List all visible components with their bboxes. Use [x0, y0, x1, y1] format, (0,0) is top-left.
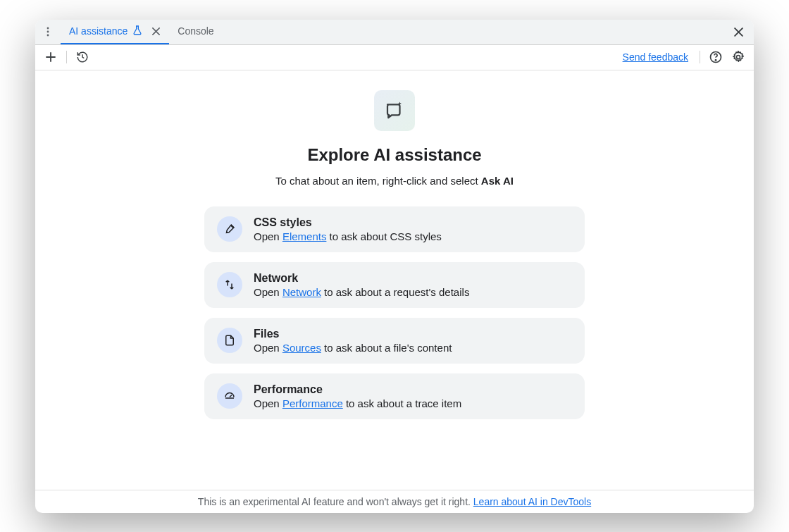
new-chat-button[interactable]: [41, 47, 61, 67]
flask-icon: [132, 25, 143, 38]
card-title: Network: [254, 272, 469, 285]
card-title: Files: [254, 328, 452, 340]
footer: This is an experimental AI feature and w…: [35, 490, 754, 513]
tab-console[interactable]: Console: [169, 20, 222, 44]
page-subtitle: To chat about an item, right-click and s…: [275, 175, 514, 187]
card-description: Open Sources to ask about a file's conte…: [254, 342, 452, 354]
hero-icon-container: [374, 90, 415, 131]
panel-close-button[interactable]: [729, 23, 748, 42]
sources-link[interactable]: Sources: [282, 342, 321, 354]
toolbar: Send feedback: [35, 45, 754, 70]
card-css-styles: CSS styles Open Elements to ask about CS…: [204, 206, 585, 252]
card-list: CSS styles Open Elements to ask about CS…: [204, 206, 585, 419]
plus-icon: [44, 51, 57, 63]
card-performance: Performance Open Performance to ask abou…: [204, 373, 585, 419]
card-network: Network Open Network to ask about a requ…: [204, 262, 585, 308]
tab-bar: AI assistance Console: [35, 20, 754, 45]
svg-point-5: [737, 56, 740, 59]
help-button[interactable]: [706, 47, 726, 67]
card-description: Open Network to ask about a request's de…: [254, 286, 469, 298]
card-title: Performance: [254, 383, 461, 396]
svg-point-1: [47, 31, 49, 33]
history-button[interactable]: [73, 47, 92, 67]
network-icon: [217, 272, 242, 297]
settings-button[interactable]: [728, 47, 748, 67]
kebab-icon: [42, 26, 54, 37]
network-link[interactable]: Network: [282, 286, 321, 298]
card-description: Open Performance to ask about a trace it…: [254, 397, 461, 409]
svg-point-0: [47, 27, 49, 30]
card-description: Open Elements to ask about CSS styles: [254, 230, 442, 242]
send-feedback-link[interactable]: Send feedback: [623, 51, 688, 63]
gear-icon: [731, 50, 745, 64]
footer-text: This is an experimental AI feature and w…: [198, 496, 473, 507]
close-icon: [151, 27, 161, 36]
brush-icon: [217, 216, 242, 242]
close-icon: [733, 27, 744, 37]
history-icon: [76, 51, 89, 63]
divider: [700, 51, 700, 63]
learn-more-link[interactable]: Learn about AI in DevTools: [473, 496, 591, 507]
ai-sparkle-icon: [384, 100, 405, 121]
tab-ai-assistance[interactable]: AI assistance: [61, 20, 169, 44]
menu-button[interactable]: [35, 26, 61, 37]
svg-point-4: [715, 60, 716, 61]
tab-label: Console: [178, 25, 213, 37]
help-icon: [709, 50, 723, 64]
card-title: CSS styles: [254, 216, 442, 229]
content-area: Explore AI assistance To chat about an i…: [35, 70, 754, 490]
performance-link[interactable]: Performance: [282, 397, 343, 409]
tab-close-button[interactable]: [151, 27, 161, 36]
devtools-panel: AI assistance Console Send feedback: [35, 20, 754, 513]
performance-icon: [217, 383, 242, 409]
page-title: Explore AI assistance: [307, 145, 481, 165]
tab-label: AI assistance: [69, 25, 128, 37]
card-files: Files Open Sources to ask about a file's…: [204, 318, 585, 364]
divider: [66, 51, 67, 63]
svg-point-2: [47, 35, 49, 37]
elements-link[interactable]: Elements: [282, 230, 327, 242]
file-icon: [217, 328, 242, 353]
